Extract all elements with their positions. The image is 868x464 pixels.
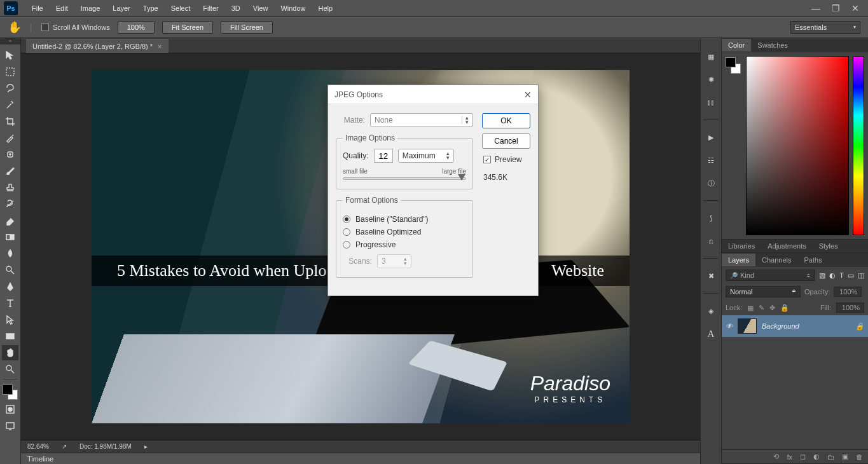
tab-channels[interactable]: Channels [755, 254, 797, 266]
maximize-icon[interactable]: ❐ [832, 3, 840, 13]
toolbox-flyout[interactable]: » [0, 38, 21, 44]
layer-item-background[interactable]: 👁 Background 🔒 [722, 315, 868, 337]
hue-slider[interactable] [853, 56, 864, 235]
fit-screen-button[interactable]: Fit Screen [162, 21, 213, 34]
status-docinfo[interactable]: Doc: 1.98M/1.98M [79, 443, 132, 450]
tool-blur[interactable] [2, 246, 18, 261]
link-layers-icon[interactable]: ⟲ [773, 453, 779, 461]
preview-checkbox[interactable]: Preview [483, 155, 530, 164]
close-icon[interactable]: ✕ [851, 3, 859, 13]
menu-edit[interactable]: Edit [50, 2, 74, 15]
menu-layer[interactable]: Layer [106, 2, 137, 15]
menu-filter[interactable]: Filter [196, 2, 224, 15]
dock-navigator-icon[interactable]: ✺ [704, 72, 718, 86]
tool-pen[interactable] [2, 279, 18, 294]
matte-dropdown[interactable]: None ▴▾ [370, 113, 473, 127]
radio-baseline-standard[interactable]: Baseline ("Standard") [343, 215, 466, 224]
tool-heal[interactable] [2, 147, 18, 162]
tab-color[interactable]: Color [722, 39, 751, 51]
lock-move-icon[interactable]: ✥ [769, 304, 775, 312]
tab-paths[interactable]: Paths [798, 254, 829, 266]
dialog-titlebar[interactable]: JPEG Options ✕ [328, 85, 538, 104]
dock-clone-icon[interactable]: ⎌ [704, 234, 718, 248]
dock-actions-icon[interactable]: ▶ [704, 130, 718, 144]
tool-zoom[interactable] [2, 362, 18, 377]
opacity-input[interactable]: 100% [834, 287, 862, 297]
tab-layers[interactable]: Layers [722, 254, 755, 266]
radio-progressive[interactable]: Progressive [343, 240, 466, 249]
menu-select[interactable]: Select [165, 2, 197, 15]
tool-rectangle[interactable] [2, 329, 18, 344]
document-tab[interactable]: Untitled-2 @ 82.6% (Layer 2, RGB/8) * × [26, 39, 169, 53]
tool-stamp[interactable] [2, 180, 18, 195]
tab-swatches[interactable]: Swatches [751, 39, 794, 51]
tool-dodge[interactable] [2, 263, 18, 278]
scroll-all-checkbox[interactable]: Scroll All Windows [41, 24, 110, 31]
cancel-button[interactable]: Cancel [482, 133, 530, 149]
tab-styles[interactable]: Styles [813, 240, 844, 252]
tool-history-brush[interactable] [2, 196, 18, 212]
filter-adjust-icon[interactable]: ◐ [829, 271, 836, 280]
fill-input[interactable]: 100% [836, 303, 864, 313]
filter-shape-icon[interactable]: ▭ [848, 271, 854, 280]
menu-window[interactable]: Window [274, 2, 312, 15]
fill-screen-button[interactable]: Fill Screen [221, 21, 273, 34]
lock-all-icon[interactable]: 🔒 [780, 304, 789, 312]
tool-lasso[interactable] [2, 81, 18, 96]
quality-input[interactable] [374, 149, 393, 163]
lock-trans-icon[interactable]: ▦ [747, 304, 754, 312]
tab-libraries[interactable]: Libraries [722, 240, 761, 252]
menu-3d[interactable]: 3D [225, 2, 247, 15]
delete-layer-icon[interactable]: 🗑 [856, 453, 863, 461]
menu-image[interactable]: Image [74, 2, 107, 15]
menu-type[interactable]: Type [137, 2, 165, 15]
fx-icon[interactable]: fx [787, 453, 792, 461]
filter-image-icon[interactable]: ▧ [819, 271, 825, 280]
visibility-icon[interactable]: 👁 [726, 322, 733, 330]
new-layer-icon[interactable]: ▣ [842, 453, 848, 461]
tool-move[interactable] [2, 48, 18, 63]
dock-info-icon[interactable]: ⓘ [704, 176, 718, 190]
filter-type-icon[interactable]: T [839, 271, 844, 279]
quick-mask-icon[interactable] [2, 402, 18, 417]
hand-tool-icon[interactable]: ✋ [8, 20, 22, 34]
tool-marquee[interactable] [2, 64, 18, 79]
fg-bg-colors[interactable] [1, 383, 19, 401]
dock-3d-icon[interactable]: ◈ [704, 304, 718, 318]
chevron-right-icon[interactable]: ▸ [144, 443, 148, 450]
tool-type[interactable] [2, 296, 18, 311]
dock-brushes-icon[interactable]: ⟆ [704, 211, 718, 225]
workspace-selector[interactable]: Essentials ▾ [790, 21, 860, 34]
filter-kind-dropdown[interactable]: 🔎Kind≑ [726, 270, 815, 281]
radio-baseline-optimized[interactable]: Baseline Optimized [343, 228, 466, 236]
tool-gradient[interactable] [2, 229, 18, 245]
status-zoom[interactable]: 82.64% [27, 443, 49, 450]
dock-histogram-icon[interactable]: ⫿⫿ [704, 95, 718, 109]
tool-hand[interactable] [2, 345, 18, 360]
dialog-close-icon[interactable]: ✕ [524, 90, 532, 100]
close-tab-icon[interactable]: × [158, 43, 162, 50]
saturation-field[interactable] [746, 56, 849, 235]
tool-path-select[interactable] [2, 312, 18, 327]
menu-view[interactable]: View [247, 2, 275, 15]
tool-crop[interactable] [2, 114, 18, 129]
menu-help[interactable]: Help [312, 2, 340, 15]
screen-mode-icon[interactable] [2, 418, 18, 433]
adjust-layer-icon[interactable]: ◐ [813, 453, 820, 461]
minimize-icon[interactable]: — [811, 3, 820, 13]
dock-properties-icon[interactable]: ☷ [704, 153, 718, 167]
ok-button[interactable]: OK [482, 113, 530, 128]
filter-smart-icon[interactable]: ◫ [858, 271, 864, 280]
quality-preset-dropdown[interactable]: Maximum ▴▾ [398, 149, 454, 163]
menu-file[interactable]: File [25, 2, 50, 15]
mask-icon[interactable]: ◻ [800, 453, 806, 461]
share-icon[interactable]: ↗ [62, 443, 67, 450]
dock-character-icon[interactable]: A [704, 327, 718, 341]
blend-mode-dropdown[interactable]: Normal≑ [726, 286, 801, 297]
tool-wand[interactable] [2, 97, 18, 113]
zoom-100-button[interactable]: 100% [118, 21, 155, 34]
lock-brush-icon[interactable]: ✎ [759, 304, 764, 312]
tab-adjustments[interactable]: Adjustments [761, 240, 813, 252]
quality-slider[interactable]: small file large file [343, 168, 466, 180]
tool-brush[interactable] [2, 163, 18, 179]
